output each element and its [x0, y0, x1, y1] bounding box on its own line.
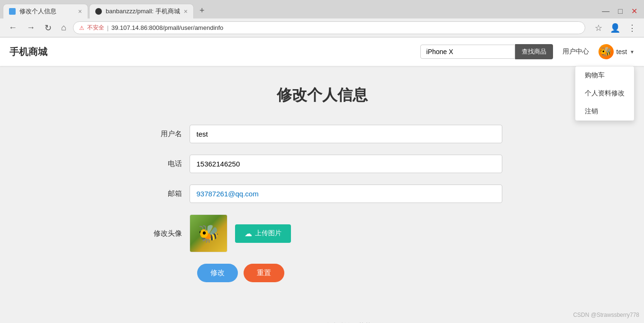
- tab-amend-info[interactable]: 修改个人信息 ×: [3, 4, 88, 18]
- tab-label: 修改个人信息: [19, 7, 56, 16]
- footer: Copyright © 2019 版权所有 | 茹茹 手机商城: [0, 301, 644, 323]
- footer-line1: Copyright © 2019 版权所有 | 茹茹: [0, 320, 644, 323]
- close-button[interactable]: ✕: [628, 6, 640, 17]
- tab-close-btn[interactable]: ×: [78, 8, 82, 15]
- main-content: 修改个人信息 用户名 电话 邮箱 修改头像 🐝 ☁: [133, 66, 512, 301]
- tab-github[interactable]: banbanzzz/pmall: 手机商城 ×: [89, 4, 194, 18]
- username-label: 用户名: [142, 129, 190, 138]
- menu-button[interactable]: ⋮: [626, 22, 638, 34]
- tab-github-label: banbanzzz/pmall: 手机商城: [106, 7, 180, 16]
- maximize-button[interactable]: □: [615, 6, 626, 17]
- upload-cloud-icon: ☁: [245, 229, 252, 238]
- username-field-group: 用户名: [142, 125, 502, 143]
- email-input[interactable]: [190, 185, 502, 203]
- page-title: 修改个人信息: [142, 85, 502, 106]
- new-tab-button[interactable]: +: [195, 3, 209, 18]
- search-input[interactable]: [420, 45, 515, 59]
- avatar-group: 🐝 ☁ 上传图片: [190, 214, 291, 252]
- user-center-link[interactable]: 用户中心: [562, 47, 589, 56]
- phone-input[interactable]: [190, 155, 502, 173]
- user-dropdown-menu: 购物车 个人资料修改 注销: [575, 66, 635, 121]
- navbar: 手机商城 查找商品 用户中心 🐝 test ▼ 购物车 个人资料修改 注销: [0, 37, 644, 66]
- tab-github-favicon: [95, 8, 102, 15]
- bookmark-button[interactable]: ☆: [593, 22, 604, 34]
- user-dropdown[interactable]: 🐝 test ▼: [599, 44, 635, 59]
- browser-chrome: 修改个人信息 × banbanzzz/pmall: 手机商城 × + — □ ✕…: [0, 0, 644, 37]
- forward-button[interactable]: →: [24, 22, 38, 34]
- url-input[interactable]: ⚠ 不安全 | 39.107.14.86:8008/pmall/user/ame…: [73, 21, 585, 34]
- dropdown-item-cart[interactable]: 购物车: [575, 66, 634, 84]
- page: 手机商城 查找商品 用户中心 🐝 test ▼ 购物车 个人资料修改 注销 修改…: [0, 37, 644, 323]
- email-field-group: 邮箱: [142, 185, 502, 203]
- phone-field-group: 电话: [142, 155, 502, 173]
- tab-favicon: [9, 8, 16, 15]
- refresh-button[interactable]: ↻: [42, 22, 54, 34]
- brand-label: 手机商城: [9, 46, 47, 58]
- tab-github-close-btn[interactable]: ×: [184, 8, 188, 15]
- dropdown-item-logout[interactable]: 注销: [575, 102, 634, 120]
- action-buttons: 修改 重置: [142, 264, 502, 282]
- profile-icon-button[interactable]: 👤: [608, 22, 622, 34]
- dropdown-item-profile[interactable]: 个人资料修改: [575, 84, 634, 102]
- user-name-label: test: [617, 48, 627, 55]
- search-button[interactable]: 查找商品: [515, 44, 553, 59]
- dropdown-arrow-icon: ▼: [630, 49, 635, 55]
- search-area: 查找商品: [420, 44, 553, 59]
- home-button[interactable]: ⌂: [58, 22, 69, 34]
- security-icon: ⚠: [79, 25, 84, 31]
- avatar: 🐝: [599, 44, 614, 59]
- security-label: 不安全: [87, 24, 104, 32]
- username-input[interactable]: [190, 125, 502, 143]
- avatar-image: 🐝: [600, 46, 612, 57]
- reset-button[interactable]: 重置: [244, 264, 284, 282]
- upload-image-button[interactable]: ☁ 上传图片: [235, 224, 291, 243]
- modify-button[interactable]: 修改: [197, 264, 238, 282]
- avatar-preview: 🐝: [190, 214, 227, 252]
- back-button[interactable]: ←: [6, 22, 20, 34]
- minimize-button[interactable]: —: [599, 6, 612, 17]
- upload-btn-label: 上传图片: [255, 229, 281, 238]
- avatar-bee-image: 🐝: [190, 215, 227, 252]
- phone-label: 电话: [142, 159, 190, 168]
- url-text: 39.107.14.86:8008/pmall/user/amendinfo: [111, 24, 579, 31]
- url-separator: |: [107, 25, 109, 31]
- toolbar-icons: ☆ 👤 ⋮: [593, 22, 638, 34]
- watermark: CSDN @Strawssberry778: [573, 312, 639, 318]
- address-bar: ← → ↻ ⌂ ⚠ 不安全 | 39.107.14.86:8008/pmall/…: [0, 18, 644, 37]
- avatar-field-group: 修改头像 🐝 ☁ 上传图片: [142, 214, 502, 252]
- avatar-label: 修改头像: [142, 229, 190, 238]
- email-label: 邮箱: [142, 189, 190, 198]
